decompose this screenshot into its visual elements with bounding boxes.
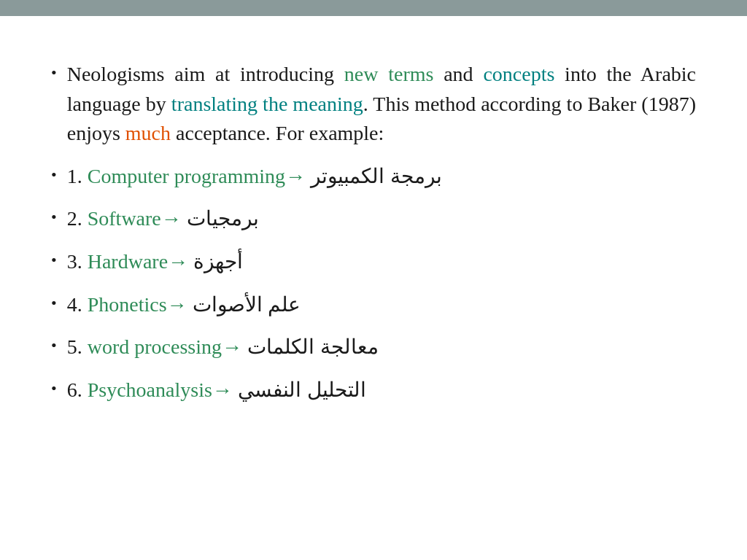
example-4: 4. Phonetics→ علم الأصوات [67,290,301,320]
intro-text-5: acceptance. For example: [171,122,384,144]
bullet-dot-intro: • [51,61,57,85]
list-item-4: • 4. Phonetics→ علم الأصوات [51,290,696,320]
example-3-number: 3. [67,250,88,273]
example-1-number: 1. [67,165,88,187]
list-item-1: • 1. Computer programming→ برمجة الكمبيو… [51,162,696,192]
example-5-number: 5. [67,335,88,358]
much: much [125,122,171,144]
example-5-arabic: معالجة الكلمات [247,335,379,358]
example-1-english: Computer programming [88,165,285,187]
intro-text-1: Neologisms aim at introducing [67,63,344,85]
example-1-arabic: برمجة الكمبيوتر [311,165,442,187]
example-3-arabic: أجهزة [193,250,243,273]
example-2-arabic: برمجيات [187,207,259,230]
example-6: 6. Psychoanalysis→ التحليل النفسي [67,376,366,405]
example-3-english: Hardware [88,250,168,273]
example-5-arrow: → [222,335,247,358]
example-5: 5. word processing→ معالجة الكلمات [67,332,379,362]
example-2-english: Software [88,207,161,230]
bullet-dot-6: • [51,377,57,400]
intro-paragraph: Neologisms aim at introducing new terms … [67,60,696,149]
bullet-dot-1: • [51,163,57,187]
example-2: 2. Software→ برمجيات [67,204,259,234]
list-item-2: • 2. Software→ برمجيات [51,204,696,234]
list-item-6: • 6. Psychoanalysis→ التحليل النفسي [51,376,696,405]
list-item-5: • 5. word processing→ معالجة الكلمات [51,332,696,362]
example-6-number: 6. [67,378,88,401]
bullet-list: • Neologisms aim at introducing new term… [51,60,696,405]
content-area: • Neologisms aim at introducing new term… [0,16,747,447]
example-3-arrow: → [168,250,193,273]
example-6-english: Psychoanalysis [88,378,212,401]
example-3: 3. Hardware→ أجهزة [67,247,243,277]
example-2-number: 2. [67,207,88,230]
example-4-english: Phonetics [88,293,167,316]
example-1-arrow: → [285,165,311,187]
concepts: concepts [483,63,554,85]
example-6-arrow: → [212,378,238,401]
example-4-number: 4. [67,293,88,316]
bullet-dot-5: • [51,334,57,357]
translating-the-meaning: translating the meaning [171,93,363,115]
example-6-arabic: التحليل النفسي [238,378,366,401]
example-2-arrow: → [161,207,187,230]
example-4-arabic: علم الأصوات [193,293,301,316]
new-terms: new terms [344,63,434,85]
bullet-dot-2: • [51,206,57,229]
example-4-arrow: → [167,293,193,316]
list-item-3: • 3. Hardware→ أجهزة [51,247,696,277]
bullet-dot-3: • [51,249,57,272]
intro-text-2: and [433,63,483,85]
bullet-dot-4: • [51,292,57,315]
example-5-english: word processing [88,335,222,358]
example-1: 1. Computer programming→ برمجة الكمبيوتر [67,162,442,192]
list-item-intro: • Neologisms aim at introducing new term… [51,60,696,149]
top-bar [0,0,747,16]
